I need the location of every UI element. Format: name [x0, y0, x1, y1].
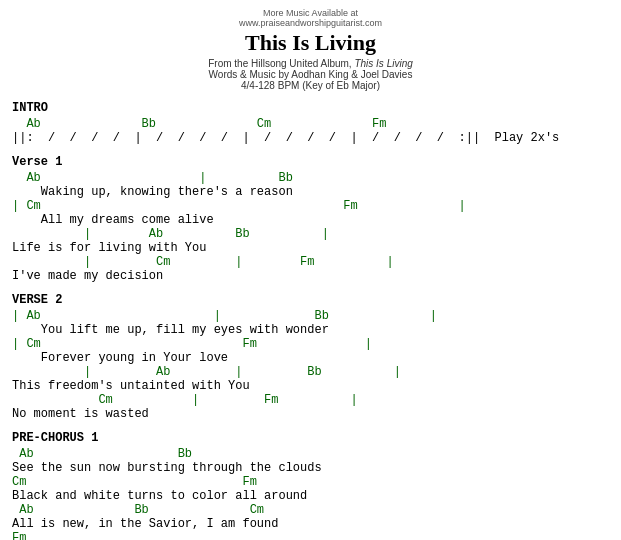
top-note: More Music Available at www.praiseandwor… [12, 8, 609, 28]
section-label-prechorus1: PRE-CHORUS 1 [12, 431, 609, 445]
intro-chords: Ab Bb Cm Fm [12, 117, 609, 131]
chord-v2-1: | Ab | Bb | [12, 309, 609, 323]
lyric-pc1-3: All is new, in the Savior, I am found [12, 517, 609, 531]
lyric-v2-4: No moment is wasted [12, 407, 609, 421]
chord-v2-2: | Cm Fm | [12, 337, 609, 351]
lyric-pc1-1: See the sun now bursting through the clo… [12, 461, 609, 475]
lyric-v1-2: All my dreams come alive [12, 213, 609, 227]
chord-v2-3: | Ab | Bb | [12, 365, 609, 379]
credits-line: Words & Music by Aodhan King & Joel Davi… [12, 69, 609, 80]
chord-v1-1: Ab | Bb [12, 171, 609, 185]
lyric-v1-3: Life is for living with You [12, 241, 609, 255]
lyric-v2-3: This freedom's untainted with You [12, 379, 609, 393]
section-label-verse2: VERSE 2 [12, 293, 609, 307]
song-content: INTRO Ab Bb Cm Fm ||: / / / / | / / / / … [12, 101, 609, 540]
chord-v2-4: Cm | Fm | [12, 393, 609, 407]
section-label-verse1: Verse 1 [12, 155, 609, 169]
lyric-v1-1: Waking up, knowing there's a reason [12, 185, 609, 199]
chord-v1-4: | Cm | Fm | [12, 255, 609, 269]
lyric-pc1-2: Black and white turns to color all aroun… [12, 489, 609, 503]
chord-v1-2: | Cm Fm | [12, 199, 609, 213]
lyric-v2-1: You lift me up, fill my eyes with wonder [12, 323, 609, 337]
lyric-v2-2: Forever young in Your love [12, 351, 609, 365]
chord-pc1-2: Cm Fm [12, 475, 609, 489]
chord-pc1-4: Fm [12, 531, 609, 540]
section-label-intro: INTRO [12, 101, 609, 115]
page-header: More Music Available at www.praiseandwor… [12, 8, 609, 91]
lyric-v1-4: I've made my decision [12, 269, 609, 283]
chord-v1-3: | Ab Bb | [12, 227, 609, 241]
song-title: This Is Living [12, 30, 609, 56]
intro-bars: ||: / / / / | / / / / | / / / / | / / / … [12, 131, 609, 145]
chord-pc1-3: Ab Bb Cm [12, 503, 609, 517]
tempo-line: 4/4-128 BPM (Key of Eb Major) [12, 80, 609, 91]
chord-pc1-1: Ab Bb [12, 447, 609, 461]
album-line: From the Hillsong United Album, This Is … [12, 58, 609, 69]
